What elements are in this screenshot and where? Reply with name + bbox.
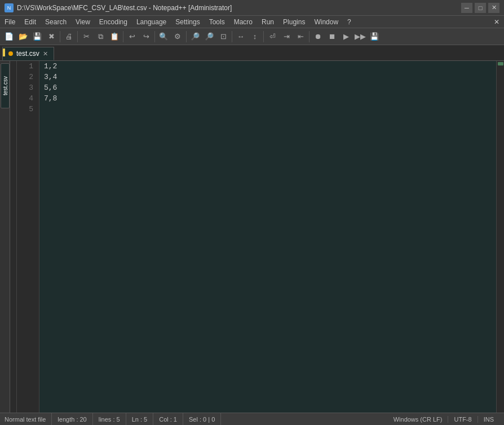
status-right-group: Windows (CR LF) UTF-8 INS (394, 416, 499, 423)
minimize-button[interactable]: ─ (461, 3, 472, 13)
code-line-5 (44, 104, 496, 115)
menu-view[interactable]: View (71, 16, 95, 28)
status-bar: Normal text file length : 20 lines : 5 L… (0, 413, 504, 425)
menu-encoding[interactable]: Encoding (95, 16, 132, 28)
close-button[interactable]: ✕ (488, 3, 499, 13)
fold-marker-4 (10, 93, 16, 104)
vertical-tab-item[interactable]: test.csv (1, 63, 10, 108)
status-col-text: Col : 1 (159, 416, 177, 423)
tb-redo[interactable]: ↪ (139, 30, 153, 43)
fold-marker-1 (10, 61, 16, 72)
status-file-type: Normal text file (5, 413, 52, 425)
tb-find[interactable]: 🔍 (157, 30, 170, 43)
tb-paste[interactable]: 📋 (108, 30, 121, 43)
tb-zoomin[interactable]: 🔎 (188, 30, 202, 43)
code-line-3: 5,6 (44, 82, 496, 93)
tb-syncscroll[interactable]: ↔ (234, 30, 247, 43)
status-sel-text: Sel : 0 | 0 (189, 416, 215, 423)
line-num-5: 5 (17, 104, 37, 115)
tb-macro4[interactable]: ▶▶ (353, 30, 367, 43)
title-bar-text: D:\VS\WorkSpace\MFC_CSV_LAB\test.csv - N… (17, 4, 461, 12)
status-encoding-text: UTF-8 (454, 416, 471, 423)
status-sel: Sel : 0 | 0 (183, 413, 221, 425)
tb-cut[interactable]: ✂ (79, 30, 93, 43)
tb-wrap[interactable]: ⏎ (266, 30, 279, 43)
status-length: length : 20 (52, 413, 92, 425)
tb-macro5[interactable]: 💾 (368, 30, 381, 43)
right-indicator-1 (498, 62, 503, 65)
tab-bar: test.csv ✕ (0, 45, 504, 61)
code-line-2: 3,4 (44, 72, 496, 82)
menu-language[interactable]: Language (132, 16, 171, 28)
status-position-text: Ln : 5 (132, 416, 148, 423)
tb-open[interactable]: 📂 (16, 30, 30, 43)
tb-unindent[interactable]: ⇤ (294, 30, 307, 43)
code-editor[interactable]: 1,2 3,4 5,6 7,8 (39, 61, 496, 413)
main-content: test.csv 1 2 3 4 5 1,2 3,4 5,6 7,8 (0, 61, 504, 413)
status-encoding: UTF-8 (448, 416, 478, 423)
vertical-tab-bar: test.csv (0, 61, 10, 413)
tab-test-csv[interactable]: test.csv ✕ (2, 47, 54, 60)
toolbar-sep-2 (77, 31, 78, 42)
tb-new[interactable]: 📄 (2, 30, 16, 43)
menu-tools[interactable]: Tools (205, 16, 229, 28)
toolbar-sep-8 (309, 31, 310, 42)
tb-macro3[interactable]: ▶ (339, 30, 353, 43)
line-num-1: 1 (17, 61, 37, 72)
status-col: Col : 1 (153, 413, 183, 425)
toolbar: 📄 📂 💾 ✖ 🖨 ✂ ⧉ 📋 ↩ ↪ 🔍 ⚙ 🔎 🔎 ⊡ ↔ ↕ ⏎ ⇥ ⇤ … (0, 28, 504, 45)
tab-label: test.csv (16, 50, 39, 58)
fold-marker-5 (10, 104, 16, 115)
status-line-ending: Windows (CR LF) (394, 416, 449, 423)
tb-undo[interactable]: ↩ (125, 30, 139, 43)
title-bar: N D:\VS\WorkSpace\MFC_CSV_LAB\test.csv -… (0, 0, 504, 16)
status-position: Ln : 5 (126, 413, 154, 425)
menu-plugins[interactable]: Plugins (278, 16, 310, 28)
menu-search[interactable]: Search (41, 16, 71, 28)
fold-sidebar (10, 61, 17, 413)
tb-zoomout[interactable]: 🔎 (202, 30, 216, 43)
menu-macro[interactable]: Macro (229, 16, 257, 28)
menu-window[interactable]: Window (310, 16, 343, 28)
tab-close-button[interactable]: ✕ (43, 50, 48, 58)
menu-help[interactable]: ? (343, 16, 356, 28)
tb-closeall[interactable]: ✖ (45, 30, 58, 43)
tb-print[interactable]: 🖨 (62, 30, 76, 43)
tb-copy[interactable]: ⧉ (94, 30, 107, 43)
line-num-4: 4 (17, 93, 37, 104)
tab-modified-indicator (3, 49, 5, 56)
tb-syncscroll2[interactable]: ↕ (248, 30, 262, 43)
line-num-3: 3 (17, 82, 37, 93)
tb-macro1[interactable]: ⏺ (311, 30, 325, 43)
menu-file[interactable]: File (0, 16, 20, 28)
code-content-3: 5,6 (44, 82, 57, 93)
maximize-button[interactable]: □ (475, 3, 486, 13)
right-strip (496, 61, 504, 413)
menu-edit[interactable]: Edit (20, 16, 41, 28)
fold-marker-2 (10, 72, 16, 82)
toolbar-sep-3 (123, 31, 123, 42)
tb-indent[interactable]: ⇥ (280, 30, 293, 43)
status-lines-text: lines : 5 (99, 416, 120, 423)
menu-run[interactable]: Run (257, 16, 278, 28)
code-content-5 (44, 104, 48, 115)
toolbar-sep-5 (186, 31, 187, 42)
tb-save[interactable]: 💾 (30, 30, 44, 43)
tb-zoomrestore[interactable]: ⊡ (216, 30, 230, 43)
tb-macro2[interactable]: ⏹ (325, 30, 339, 43)
tab-dot (8, 51, 13, 56)
toolbar-sep-4 (154, 31, 155, 42)
menu-settings[interactable]: Settings (171, 16, 204, 28)
tb-findreplace[interactable]: ⚙ (171, 30, 184, 43)
line-numbers: 1 2 3 4 5 (17, 61, 39, 413)
status-file-type-text: Normal text file (5, 416, 46, 423)
status-length-text: length : 20 (58, 416, 86, 423)
status-lines: lines : 5 (93, 413, 126, 425)
toolbar-sep-6 (232, 31, 232, 42)
app-icon: N (5, 3, 14, 12)
status-insert-mode-text: INS (484, 416, 494, 423)
toolbar-sep-1 (60, 31, 60, 42)
title-bar-buttons: ─ □ ✕ (461, 3, 499, 13)
toolbar-sep-7 (263, 31, 264, 42)
menu-close-x[interactable]: ✕ (489, 16, 504, 28)
